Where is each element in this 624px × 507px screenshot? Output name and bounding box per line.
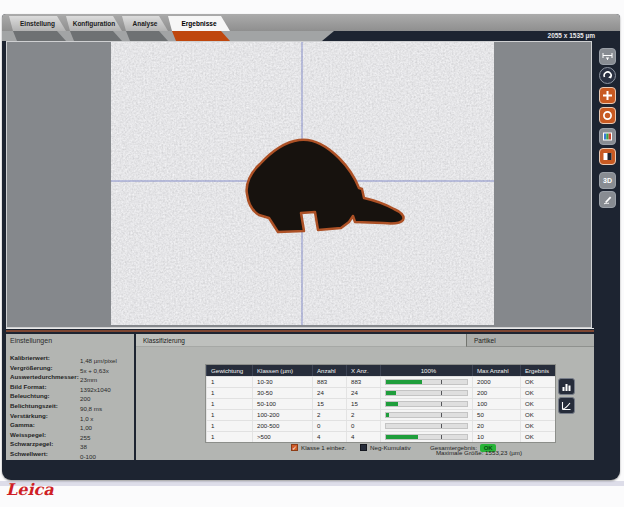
leica-logo-script: Leica <box>6 482 76 498</box>
bar-track <box>385 379 468 385</box>
table-row[interactable]: 130-502424200OK <box>206 387 555 398</box>
caliper-icon <box>602 51 613 62</box>
neg-kumulativ-control[interactable]: Neg-Kumulativ <box>360 438 411 456</box>
bar-fill <box>386 391 396 395</box>
rotate-tool-button[interactable] <box>599 67 616 84</box>
draw-icon <box>602 194 613 205</box>
histogram-button[interactable] <box>558 378 575 395</box>
bar-limit-tick <box>441 413 442 417</box>
settings-row: Auswertedurchmesser:23mm <box>10 372 132 382</box>
image-view-button[interactable] <box>599 128 616 145</box>
tab-ergebnisse[interactable]: Ergebnisse <box>168 16 230 31</box>
draw-annotate-button[interactable] <box>599 191 616 208</box>
settings-panel-title: Einstellungen <box>10 337 52 344</box>
class1-checkbox[interactable]: ✓ <box>291 444 298 451</box>
table-cell-gewichtung: 1 <box>206 421 252 431</box>
bar-limit-tick <box>441 424 442 428</box>
table-cell-x_anz: 15 <box>346 399 380 409</box>
neg-kumulativ-label: Neg-Kumulativ <box>370 444 411 451</box>
tab-partikel[interactable]: Partikel <box>466 334 594 347</box>
cumulative-curve-button[interactable] <box>558 397 575 414</box>
table-cell-gewichtung: 1 <box>206 388 252 398</box>
bar-track <box>385 423 468 429</box>
settings-row: Verstärkung:1,0 x <box>10 411 132 421</box>
crosshair-tool-button[interactable] <box>599 87 616 104</box>
settings-label: Gamma: <box>10 420 80 430</box>
table-header-cell: Ergebnis <box>520 365 553 376</box>
crosshair-icon <box>602 90 613 101</box>
table-cell-gewichtung: 1 <box>206 432 252 442</box>
table-header-cell: Max Anzahl <box>472 365 520 376</box>
tab-klassifizierung[interactable]: Klassifizierung <box>136 334 466 347</box>
table-cell-anzahl: 883 <box>312 377 346 387</box>
table-cell-x_anz: 883 <box>346 377 380 387</box>
3d-icon: 3D <box>603 177 612 184</box>
table-cell-max: 20 <box>472 421 520 431</box>
table-header-cell: Anzahl <box>312 365 346 376</box>
settings-label: Bild Format: <box>10 382 80 392</box>
circle-tool-button[interactable] <box>599 107 616 124</box>
table-header-cell: 100% <box>380 365 472 376</box>
microscopy-image[interactable] <box>111 42 494 325</box>
table-cell-gewichtung: 1 <box>206 410 252 420</box>
class1-include-control[interactable]: ✓Klasse 1 einbez. <box>291 438 346 456</box>
settings-row: Vergrößerung:5x + 0,63x <box>10 363 132 373</box>
count-bar-cell <box>380 410 472 420</box>
tab-konfiguration[interactable]: Konfiguration <box>66 16 122 31</box>
curve-icon <box>561 397 572 415</box>
classification-table: GewichtungKlassen (µm)AnzahlX Anz.100%Ma… <box>205 364 556 443</box>
bar-limit-tick <box>441 380 442 384</box>
tab-marker-einstellung <box>9 31 66 41</box>
count-bar-cell <box>380 388 472 398</box>
bar-fill <box>386 402 398 406</box>
table-header-cell: X Anz. <box>346 365 380 376</box>
settings-panel: Einstellungen Kalibrierwert:1,48 µm/pixe… <box>6 334 134 460</box>
table-row[interactable]: 150-1001515100OK <box>206 398 555 409</box>
table-header-cell: Klassen (µm) <box>252 365 312 376</box>
settings-label: Weisspegel: <box>10 430 80 440</box>
caliper-measure-button[interactable] <box>599 48 616 65</box>
neg-kumulativ-checkbox[interactable] <box>360 444 367 451</box>
settings-label: Auswertedurchmesser: <box>10 372 80 382</box>
titlebar-wedge: 2055 x 1535 µm <box>322 31 620 41</box>
threshold-button[interactable] <box>599 148 616 165</box>
table-cell-klasse: 30-50 <box>252 388 312 398</box>
table-cell-gewichtung: 1 <box>206 399 252 409</box>
class1-label: Klasse 1 einbez. <box>301 444 346 451</box>
settings-label: Schwellwert: <box>10 449 80 459</box>
table-cell-ergebnis: OK <box>520 399 553 409</box>
settings-rows: Kalibrierwert:1,48 µm/pixelVergrößerung:… <box>10 353 132 459</box>
3d-view-button[interactable]: 3D <box>599 172 616 189</box>
table-row[interactable]: 1100-2002250OK <box>206 409 555 420</box>
table-cell-x_anz: 2 <box>346 410 380 420</box>
bar-limit-tick <box>441 391 442 395</box>
histogram-icon <box>561 378 572 396</box>
table-row[interactable]: 1200-5000020OK <box>206 420 555 431</box>
table-cell-max: 50 <box>472 410 520 420</box>
image-size-label: 2055 x 1535 µm <box>548 32 595 39</box>
bar-limit-tick <box>441 402 442 406</box>
settings-label: Beleuchtung: <box>10 391 80 401</box>
table-cell-max: 2000 <box>472 377 520 387</box>
table-cell-ergebnis: OK <box>520 432 553 442</box>
tab-einstellung[interactable]: Einstellung <box>9 16 66 31</box>
threshold-icon <box>602 151 613 162</box>
settings-row: Weisspegel:255 <box>10 430 132 440</box>
tab-marker-ergebnisse-active <box>168 31 230 41</box>
table-header-cell: Gewichtung <box>206 365 252 376</box>
settings-label: Verstärkung: <box>10 411 80 421</box>
circle-tool-icon <box>602 110 613 121</box>
tab-marker-konfiguration <box>66 31 122 41</box>
panel-separator-light <box>6 328 594 329</box>
table-cell-max: 200 <box>472 388 520 398</box>
table-cell-ergebnis: OK <box>520 410 553 420</box>
bar-fill <box>386 413 389 417</box>
table-cell-klasse: 50-100 <box>252 399 312 409</box>
table-row[interactable]: 110-308838832000OK <box>206 376 555 387</box>
app-window: Einstellung Konfiguration Analyse Ergebn… <box>2 14 620 480</box>
settings-row: Schwellwert:0-100 <box>10 449 132 459</box>
table-cell-klasse: 100-200 <box>252 410 312 420</box>
tab-analyse[interactable]: Analyse <box>122 16 168 31</box>
leica-logo: Leica MICROSYSTEMS <box>6 482 76 507</box>
count-bar-cell <box>380 399 472 409</box>
